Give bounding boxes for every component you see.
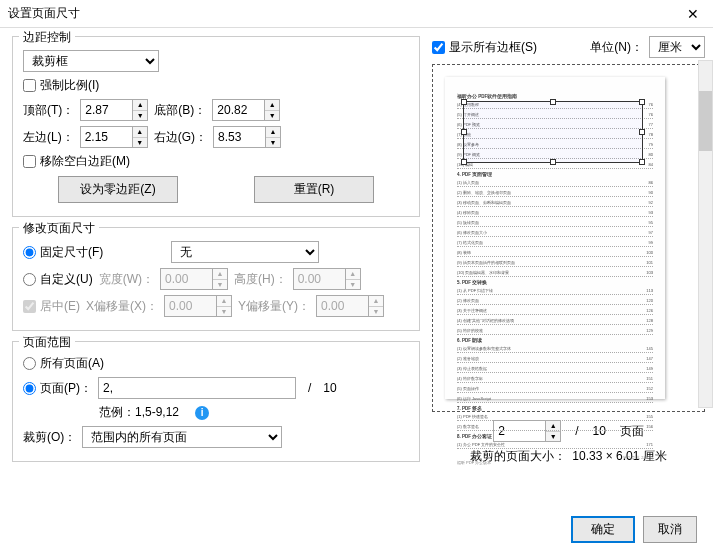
right-spinner[interactable]: ▲▼ xyxy=(213,126,281,148)
show-all-borders-checkbox[interactable]: 显示所有边框(S) xyxy=(432,39,537,56)
right-label: 右边(G)： xyxy=(154,129,207,146)
footer: 确定 取消 xyxy=(0,508,713,543)
bottom-label: 底部(B)： xyxy=(154,102,206,119)
custom-size-radio[interactable]: 自定义(U) xyxy=(23,271,93,288)
zero-margin-button[interactable]: 设为零边距(Z) xyxy=(58,176,178,203)
margin-title: 边距控制 xyxy=(19,29,75,46)
right-panel: 显示所有边框(S) 单位(N)： 厘米 福昕办公 PDF软件使用指南 (4) 使… xyxy=(432,28,713,508)
range-title: 页面范围 xyxy=(19,334,75,351)
preview-scrollbar[interactable] xyxy=(698,60,713,408)
margin-control-group: 边距控制 裁剪框 强制比例(I) 顶部(T)： ▲▼ 底部(B)： ▲▼ 左边(… xyxy=(12,36,420,217)
yoffset-spinner: ▲▼ xyxy=(316,295,384,317)
ok-button[interactable]: 确定 xyxy=(571,516,635,543)
close-icon[interactable]: ✕ xyxy=(681,6,705,22)
left-label: 左边(L)： xyxy=(23,129,74,146)
fixed-size-radio[interactable]: 固定尺寸(F) xyxy=(23,244,103,261)
width-label: 宽度(W)： xyxy=(99,271,154,288)
all-pages-radio[interactable]: 所有页面(A) xyxy=(23,355,104,372)
fixed-size-select[interactable]: 无 xyxy=(171,241,319,263)
total-pages: 10 xyxy=(323,381,336,395)
height-spinner: ▲▼ xyxy=(293,268,361,290)
slash: / xyxy=(308,381,311,395)
top-spinner[interactable]: ▲▼ xyxy=(80,99,148,121)
content: 边距控制 裁剪框 强制比例(I) 顶部(T)： ▲▼ 底部(B)： ▲▼ 左边(… xyxy=(0,28,713,508)
unit-label: 单位(N)： xyxy=(590,39,643,56)
force-ratio-checkbox[interactable]: 强制比例(I) xyxy=(23,77,99,94)
crop-select[interactable]: 范围内的所有页面 xyxy=(82,426,282,448)
info-icon[interactable]: i xyxy=(195,406,209,420)
resize-group: 修改页面尺寸 固定尺寸(F) 无 自定义(U) 宽度(W)： ▲▼ 高度(H)：… xyxy=(12,227,420,331)
preview-page[interactable]: 福昕办公 PDF软件使用指南 (4) 使用教程76 (5) 打开概述76 (6)… xyxy=(445,77,665,399)
center-checkbox: 居中(E) xyxy=(23,298,80,315)
cancel-button[interactable]: 取消 xyxy=(643,516,697,543)
bottom-spinner[interactable]: ▲▼ xyxy=(212,99,280,121)
preview-box: 福昕办公 PDF软件使用指南 (4) 使用教程76 (5) 打开概述76 (6)… xyxy=(432,64,705,412)
dialog-title: 设置页面尺寸 xyxy=(8,5,681,22)
crop-rectangle[interactable] xyxy=(463,101,643,163)
height-label: 高度(H)： xyxy=(234,271,287,288)
width-spinner: ▲▼ xyxy=(160,268,228,290)
remove-white-checkbox[interactable]: 移除空白边距(M) xyxy=(23,153,130,170)
pages-radio[interactable]: 页面(P)： xyxy=(23,380,92,397)
pages-input[interactable] xyxy=(98,377,296,399)
resize-title: 修改页面尺寸 xyxy=(19,220,99,237)
crop-type-select[interactable]: 裁剪框 xyxy=(23,50,159,72)
xoffset-label: X偏移量(X)： xyxy=(86,298,158,315)
titlebar: 设置页面尺寸 ✕ xyxy=(0,0,713,28)
page-range-group: 页面范围 所有页面(A) 页面(P)： / 10 范例：1,5-9,12 i 裁… xyxy=(12,341,420,462)
yoffset-label: Y偏移量(Y)： xyxy=(238,298,310,315)
example-label: 范例：1,5-9,12 xyxy=(99,404,179,421)
top-label: 顶部(T)： xyxy=(23,102,74,119)
reset-button[interactable]: 重置(R) xyxy=(254,176,374,203)
left-spinner[interactable]: ▲▼ xyxy=(80,126,148,148)
xoffset-spinner: ▲▼ xyxy=(164,295,232,317)
unit-select[interactable]: 厘米 xyxy=(649,36,705,58)
crop-label: 裁剪(O)： xyxy=(23,429,76,446)
left-panel: 边距控制 裁剪框 强制比例(I) 顶部(T)： ▲▼ 底部(B)： ▲▼ 左边(… xyxy=(0,28,432,508)
